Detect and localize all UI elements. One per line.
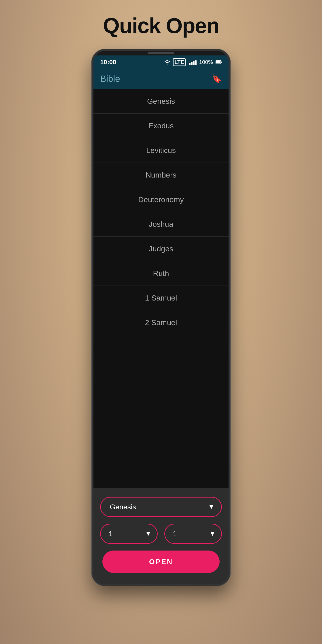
bottom-panel: Genesis ▼ 1 ▼ 1 ▼ OPEN	[94, 488, 228, 584]
book-list-item[interactable]: Judges	[94, 236, 228, 261]
book-list-item[interactable]: Leviticus	[94, 138, 228, 163]
book-name: Judges	[149, 244, 173, 253]
book-list-item[interactable]: Joshua	[94, 212, 228, 236]
book-name: Exodus	[148, 122, 174, 130]
chapter-selector[interactable]: 1 ▼	[100, 524, 158, 544]
book-selector-value: Genesis	[110, 503, 136, 511]
verse-dropdown-arrow-icon: ▼	[209, 530, 216, 537]
book-name: Numbers	[146, 170, 176, 179]
book-name: Leviticus	[146, 146, 176, 155]
battery-icon	[216, 60, 222, 64]
lte-icon: LTE	[173, 58, 186, 66]
book-name: 1 Samuel	[145, 294, 177, 302]
wifi-icon	[164, 60, 170, 65]
book-list-item[interactable]: Ruth	[94, 261, 228, 286]
book-list-item[interactable]: Exodus	[94, 114, 228, 138]
open-button-label: OPEN	[149, 558, 173, 566]
speaker-grill	[148, 52, 174, 54]
status-bar: 10:00 LTE 100%	[94, 56, 228, 69]
svg-rect-1	[216, 61, 220, 64]
book-list-item[interactable]: 2 Samuel	[94, 310, 228, 335]
book-list-item[interactable]: Deuteronomy	[94, 188, 228, 212]
chapter-verse-row: 1 ▼ 1 ▼	[100, 524, 222, 544]
open-button[interactable]: OPEN	[102, 550, 220, 573]
book-dropdown-arrow-icon: ▼	[208, 503, 214, 510]
status-time: 10:00	[100, 58, 116, 66]
verse-value: 1	[173, 530, 177, 538]
book-list: GenesisExodusLeviticusNumbersDeuteronomy…	[94, 89, 228, 488]
book-name: Genesis	[147, 97, 175, 106]
svg-rect-2	[221, 62, 222, 63]
phone-top-bar	[94, 51, 228, 56]
app-header: Bible 🔖	[94, 69, 228, 89]
signal-bars	[189, 60, 196, 65]
book-name: Ruth	[153, 269, 169, 278]
phone-frame: 10:00 LTE 100%	[92, 49, 230, 586]
chapter-value: 1	[109, 530, 113, 538]
book-list-item[interactable]: 1 Samuel	[94, 286, 228, 310]
book-selector[interactable]: Genesis ▼	[100, 497, 222, 517]
verse-selector[interactable]: 1 ▼	[164, 524, 222, 544]
book-name: Deuteronomy	[138, 195, 184, 204]
book-select-row: Genesis ▼	[100, 497, 222, 517]
app-title: Bible	[100, 74, 120, 84]
bookmark-icon[interactable]: 🔖	[212, 74, 222, 84]
book-list-item[interactable]: Numbers	[94, 163, 228, 188]
battery-indicator: 100%	[199, 59, 213, 65]
page-title: Quick Open	[103, 14, 219, 38]
book-name: Joshua	[149, 220, 173, 228]
chapter-dropdown-arrow-icon: ▼	[145, 530, 152, 537]
book-list-item[interactable]: Genesis	[94, 89, 228, 114]
book-name: 2 Samuel	[145, 318, 177, 327]
status-icons: LTE 100%	[164, 58, 222, 66]
